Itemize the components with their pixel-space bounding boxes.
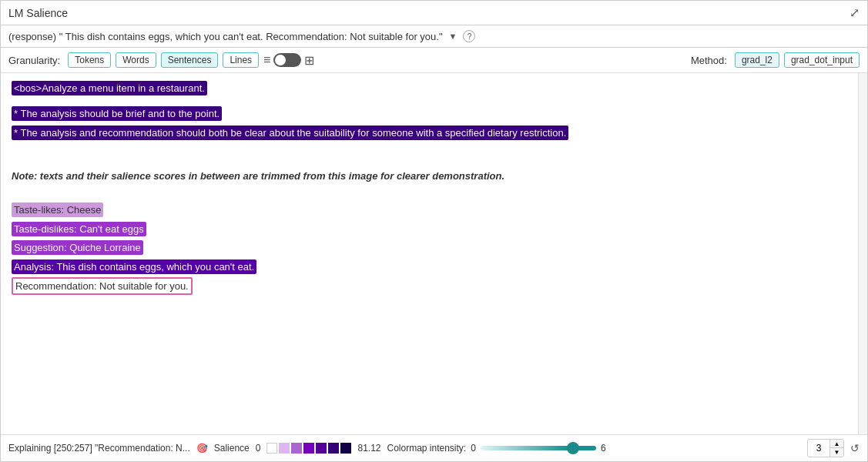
stepper-up[interactable]: ▲ bbox=[829, 440, 843, 448]
method-grad-dot-input[interactable]: grad_dot_input bbox=[784, 52, 860, 68]
colormap-slider-container: Colormap intensity: 0 6 bbox=[387, 443, 801, 454]
line-1: <bos>Analyze a menu item in a restaurant… bbox=[12, 81, 847, 97]
salience-label: Salience bbox=[214, 443, 250, 454]
sal-box-6 bbox=[340, 443, 351, 454]
window-title: LM Salience bbox=[8, 7, 68, 19]
highlight-recommendation[interactable]: Recommendation: Not suitable for you. bbox=[12, 277, 193, 295]
response-dropdown-icon[interactable]: ▼ bbox=[449, 32, 457, 41]
tab-sentences[interactable]: Sentences bbox=[161, 52, 219, 68]
highlight-analysis-brief[interactable]: * The analysis should be brief and to th… bbox=[12, 106, 222, 121]
list-icon[interactable]: ≡ bbox=[263, 53, 270, 67]
note-text: Note: texts and their salience scores in… bbox=[12, 169, 847, 184]
line-suggestion: Suggestion: Quiche Lorraine bbox=[12, 240, 847, 256]
salience-boxes bbox=[266, 443, 351, 454]
help-icon[interactable]: ? bbox=[463, 30, 475, 42]
content-area: <bos>Analyze a menu item in a restaurant… bbox=[1, 73, 858, 434]
status-bar: Explaining [250:257] "Recommendation: N.… bbox=[1, 434, 867, 461]
line-3: * The analysis and recommendation should… bbox=[12, 126, 847, 142]
line-analysis: Analysis: This dish contains eggs, which… bbox=[12, 259, 847, 276]
highlight-taste-likes[interactable]: Taste-likes: Cheese bbox=[12, 203, 103, 217]
highlight-taste-dislikes[interactable]: Taste-dislikes: Can't eat eggs bbox=[12, 222, 146, 236]
line-taste-likes: Taste-likes: Cheese bbox=[12, 203, 847, 219]
highlight-analysis-rec[interactable]: * The analysis and recommendation should… bbox=[12, 126, 568, 140]
refresh-icon[interactable]: ↺ bbox=[850, 442, 860, 454]
salience-max: 81.12 bbox=[357, 443, 380, 454]
main-content: <bos>Analyze a menu item in a restaurant… bbox=[1, 73, 867, 434]
response-bar: (response) " This dish contains eggs, wh… bbox=[1, 25, 867, 48]
toggle-slider[interactable] bbox=[273, 53, 301, 67]
colormap-intensity-slider[interactable] bbox=[481, 446, 596, 450]
stepper-buttons: ▲ ▼ bbox=[829, 440, 843, 457]
controls-bar: Granularity: Tokens Words Sentences Line… bbox=[1, 48, 867, 73]
line-2: * The analysis should be brief and to th… bbox=[12, 106, 847, 122]
tab-tokens[interactable]: Tokens bbox=[68, 52, 111, 68]
highlight-suggestion[interactable]: Suggestion: Quiche Lorraine bbox=[12, 240, 143, 255]
tab-words[interactable]: Words bbox=[116, 52, 156, 68]
tab-lines[interactable]: Lines bbox=[223, 52, 259, 68]
salience-icon: 🎯 bbox=[196, 443, 208, 454]
colormap-label: Colormap intensity: bbox=[387, 443, 466, 454]
explaining-text: Explaining [250:257] "Recommendation: N.… bbox=[8, 443, 190, 454]
salience-min: 0 bbox=[256, 443, 261, 454]
line-recommendation: Recommendation: Not suitable for you. bbox=[12, 279, 847, 295]
sal-box-1 bbox=[279, 443, 290, 454]
highlight-bos-analyze[interactable]: <bos>Analyze a menu item in a restaurant… bbox=[12, 81, 207, 95]
sal-box-4 bbox=[316, 443, 327, 454]
method-grad-l2[interactable]: grad_l2 bbox=[735, 52, 779, 68]
sal-box-2 bbox=[291, 443, 302, 454]
toggle-switch[interactable] bbox=[273, 53, 301, 67]
toggle-area: ≡ ⊞ bbox=[263, 53, 314, 68]
stepper: 3 ▲ ▼ bbox=[807, 439, 844, 457]
sal-box-5 bbox=[328, 443, 339, 454]
response-text: (response) " This dish contains eggs, wh… bbox=[8, 31, 443, 42]
sal-box-3 bbox=[303, 443, 314, 454]
colormap-min: 0 bbox=[471, 443, 476, 454]
line-taste-dislikes: Taste-dislikes: Can't eat eggs bbox=[12, 222, 847, 238]
colormap-max: 6 bbox=[601, 443, 606, 454]
sal-box-0 bbox=[266, 443, 277, 454]
grid-icon[interactable]: ⊞ bbox=[304, 53, 314, 68]
highlight-analysis[interactable]: Analysis: This dish contains eggs, which… bbox=[12, 259, 256, 274]
granularity-label: Granularity: bbox=[8, 55, 60, 66]
lm-salience-window: LM Salience ⤢ (response) " This dish con… bbox=[0, 0, 868, 462]
method-label: Method: bbox=[691, 55, 727, 66]
title-bar: LM Salience ⤢ bbox=[1, 1, 867, 25]
stepper-input[interactable]: 3 bbox=[808, 441, 829, 455]
scrollbar[interactable] bbox=[858, 73, 867, 434]
expand-icon[interactable]: ⤢ bbox=[850, 5, 860, 20]
stepper-down[interactable]: ▼ bbox=[829, 448, 843, 457]
